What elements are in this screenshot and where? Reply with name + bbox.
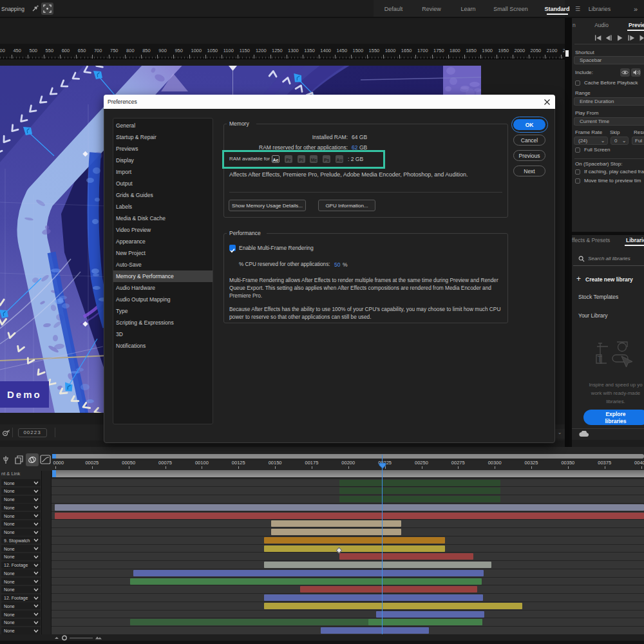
svg-text:Demo: Demo: [7, 389, 42, 400]
svg-text:T: T: [598, 355, 603, 364]
